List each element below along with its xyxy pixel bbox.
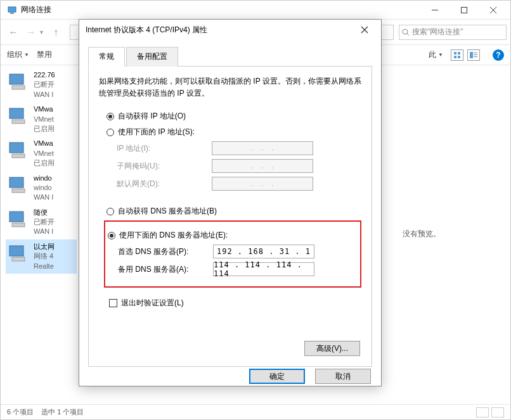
radio-label: 自动获得 IP 地址(O): [118, 111, 186, 122]
gateway-input: . . .: [212, 177, 313, 191]
dialog-title: Internet 协议版本 4 (TCP/IPv4) 属性: [86, 25, 354, 35]
ok-button[interactable]: 确定: [249, 369, 305, 384]
svg-rect-13: [474, 53, 477, 53]
svg-rect-27: [12, 257, 25, 261]
svg-rect-15: [474, 56, 477, 57]
svg-rect-23: [12, 189, 25, 193]
description-text: 如果网络支持此功能，则可以获取自动指派的 IP 设置。否则，你需要从网络系统管理…: [99, 75, 361, 99]
status-selected: 选中 1 个项目: [41, 407, 84, 417]
titlebar: 网络连接: [1, 1, 510, 20]
back-button[interactable]: ←: [4, 23, 22, 41]
svg-rect-11: [458, 56, 460, 58]
radio-dns-manual[interactable]: 使用下面的 DNS 服务器地址(E):: [108, 230, 355, 241]
preferred-dns-input[interactable]: 192 . 168 . 31 . 1: [213, 245, 314, 258]
adapter-icon: [7, 242, 30, 265]
radio-label: 使用下面的 IP 地址(S):: [118, 127, 195, 137]
view-toggle-1[interactable]: [476, 407, 489, 417]
svg-rect-9: [458, 52, 460, 54]
ip-address-label: IP 地址(I):: [117, 143, 212, 154]
svg-rect-24: [10, 212, 23, 222]
list-item[interactable]: 随便已断开WAN I: [6, 205, 77, 239]
svg-point-6: [403, 29, 408, 34]
minimize-button[interactable]: [420, 1, 450, 20]
maximize-button[interactable]: [450, 1, 479, 20]
svg-rect-10: [454, 56, 456, 58]
radio-icon: [107, 113, 114, 120]
dialog-close-button[interactable]: [354, 20, 375, 40]
radio-ip-auto[interactable]: 自动获得 IP 地址(O): [107, 111, 361, 122]
search-input[interactable]: 搜索"网络连接": [399, 25, 507, 40]
preview-empty-label: 没有预览。: [403, 229, 441, 239]
search-placeholder: 搜索"网络连接": [412, 27, 463, 37]
tab-general[interactable]: 常规: [88, 47, 125, 67]
checkbox-icon: [109, 299, 117, 307]
view-toggle-2[interactable]: [491, 407, 504, 417]
adapter-icon: [7, 105, 30, 127]
svg-rect-0: [8, 7, 16, 12]
radio-dns-auto[interactable]: 自动获得 DNS 服务器地址(B): [107, 206, 361, 217]
svg-rect-18: [10, 108, 23, 118]
highlight-box: 使用下面的 DNS 服务器地址(E): 首选 DNS 服务器(P):192 . …: [104, 220, 361, 288]
dialog-titlebar: Internet 协议版本 4 (TCP/IPv4) 属性: [79, 20, 381, 40]
dialog-buttons: 确定 取消: [79, 367, 381, 386]
statusbar: 6 个项目 选中 1 个项目: [1, 404, 510, 419]
svg-rect-14: [474, 54, 477, 55]
svg-rect-16: [10, 74, 23, 84]
window-title: 网络连接: [21, 4, 420, 15]
disable-button[interactable]: 禁用: [37, 49, 52, 60]
svg-rect-17: [12, 86, 25, 89]
history-dropdown[interactable]: ▾: [40, 29, 43, 35]
svg-rect-26: [10, 246, 23, 256]
view-icon-details[interactable]: [467, 49, 480, 61]
svg-rect-25: [12, 223, 25, 227]
tabstrip: 常规 备用配置: [88, 46, 372, 67]
radio-label: 自动获得 DNS 服务器地址(B): [118, 206, 217, 217]
adapter-icon: [7, 174, 30, 196]
search-icon: [402, 29, 410, 36]
close-icon: [361, 26, 368, 34]
list-item[interactable]: windowindoWAN I: [6, 171, 77, 205]
list-item[interactable]: VMwaVMnet已启用: [6, 102, 77, 136]
cancel-button[interactable]: 取消: [315, 369, 371, 384]
up-button[interactable]: ↑: [47, 23, 65, 41]
validate-checkbox[interactable]: 退出时验证设置(L): [109, 298, 361, 309]
more-menu[interactable]: 此▼: [429, 49, 443, 60]
checkbox-label: 退出时验证设置(L): [121, 298, 184, 309]
alternate-dns-label: 备用 DNS 服务器(A):: [118, 264, 213, 275]
close-button[interactable]: [479, 1, 508, 20]
subnet-mask-input: . . .: [212, 159, 313, 173]
connection-list: 222.76已断开WAN I VMwaVMnet已启用 VMwaVMnet已启用…: [1, 65, 77, 407]
tab-alternate[interactable]: 备用配置: [126, 47, 178, 67]
network-icon: [7, 5, 17, 15]
list-item[interactable]: VMwaVMnet已启用: [6, 136, 77, 170]
svg-rect-12: [470, 52, 473, 58]
svg-rect-8: [454, 52, 456, 54]
forward-button[interactable]: →: [22, 23, 40, 41]
radio-ip-manual[interactable]: 使用下面的 IP 地址(S):: [107, 127, 361, 137]
adapter-icon: [7, 70, 30, 93]
radio-label: 使用下面的 DNS 服务器地址(E):: [119, 230, 228, 241]
help-button[interactable]: ?: [493, 49, 504, 61]
ipv4-properties-dialog: Internet 协议版本 4 (TCP/IPv4) 属性 常规 备用配置 如果…: [79, 19, 382, 386]
list-item[interactable]: 222.76已断开WAN I: [6, 68, 77, 102]
advanced-button[interactable]: 高级(V)...: [304, 341, 360, 356]
svg-rect-19: [12, 120, 25, 124]
svg-rect-21: [12, 154, 25, 158]
radio-icon: [108, 232, 115, 239]
alternate-dns-input[interactable]: 114 . 114 . 114 . 114: [213, 262, 314, 276]
ip-address-input: . . .: [212, 141, 313, 155]
view-icon-thumb[interactable]: [451, 49, 463, 61]
status-count: 6 个项目: [7, 407, 34, 417]
adapter-icon: [7, 139, 30, 162]
organize-menu[interactable]: 组织▼: [7, 49, 29, 60]
subnet-mask-label: 子网掩码(U):: [117, 161, 212, 172]
svg-rect-1: [10, 13, 14, 14]
radio-icon: [107, 129, 114, 136]
adapter-icon: [7, 208, 30, 231]
svg-rect-20: [10, 143, 23, 153]
radio-icon: [107, 208, 114, 215]
svg-rect-22: [10, 177, 23, 188]
gateway-label: 默认网关(D):: [117, 179, 212, 189]
svg-rect-3: [462, 7, 467, 13]
list-item[interactable]: 以太网网络 4Realte: [6, 239, 77, 274]
